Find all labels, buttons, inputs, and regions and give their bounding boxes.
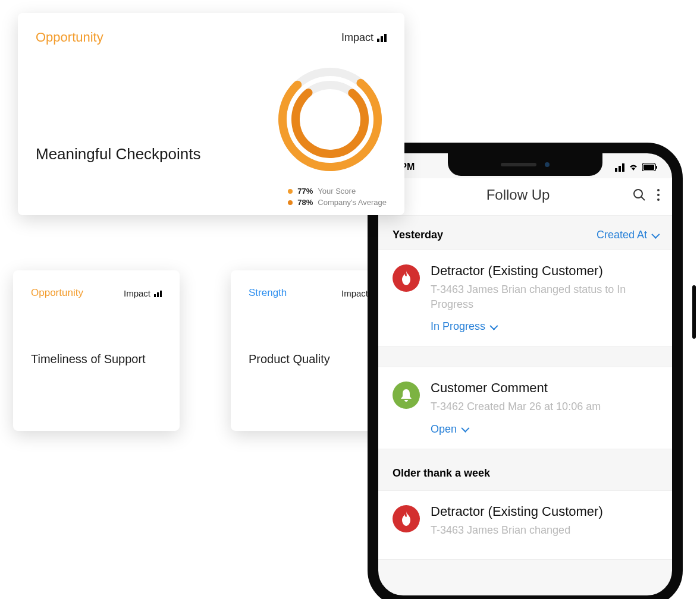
phone-notch (448, 153, 602, 176)
section-title: Older thank a week (393, 467, 490, 480)
card-impact-label: Impact (341, 31, 387, 44)
card-category-label: Opportunity (31, 287, 83, 299)
donut-chart-icon (274, 63, 387, 176)
list-section-header: Yesterday Created At (378, 216, 672, 250)
section-title: Yesterday (393, 229, 443, 241)
ticket-status-dropdown[interactable]: Open (431, 423, 658, 436)
opportunity-card-large[interactable]: Opportunity Impact Meaningful Checkpoint… (18, 13, 404, 215)
phone-side-button (692, 285, 696, 339)
ticket-row[interactable]: Detractor (Existing Customer) T-3463 Jam… (378, 250, 672, 346)
flame-icon (393, 264, 420, 292)
app-title: Follow Up (403, 187, 633, 203)
svg-point-10 (657, 194, 660, 196)
svg-point-0 (274, 63, 387, 176)
sort-dropdown[interactable]: Created At (597, 229, 658, 241)
card-title: Meaningful Checkpoints (36, 145, 201, 163)
opportunity-card-small[interactable]: Opportunity Impact Timeliness of Support (13, 270, 180, 431)
flame-icon (393, 505, 420, 532)
phone-mockup: 7 PM Follow Up Yesterday Created At (368, 143, 683, 599)
svg-rect-5 (644, 165, 654, 170)
ticket-description: T-3462 Created Mar 26 at 10:06 am (431, 399, 658, 414)
chart-legend: 77% Your Score 78% Company's Average (288, 187, 387, 209)
battery-icon (642, 163, 658, 171)
ticket-title: Detractor (Existing Customer) (431, 504, 658, 519)
card-impact-label: Impact (124, 288, 162, 298)
wifi-icon (628, 163, 639, 171)
card-category-label: Opportunity (36, 30, 103, 45)
ticket-description: T-3463 James Brian changed (431, 523, 658, 538)
search-icon[interactable] (633, 188, 646, 201)
card-category-label: Strength (249, 287, 287, 299)
card-title: Product Quality (249, 352, 379, 366)
card-title: Timeliness of Support (31, 352, 162, 366)
svg-point-11 (657, 198, 660, 201)
svg-point-9 (657, 189, 660, 191)
app-header: Follow Up (378, 178, 672, 216)
svg-line-8 (641, 197, 645, 200)
chevron-down-icon (651, 230, 660, 238)
bell-icon (393, 382, 420, 409)
list-section-header: Older thank a week (378, 449, 672, 490)
ticket-title: Customer Comment (431, 380, 658, 396)
svg-point-7 (634, 190, 642, 198)
chevron-down-icon (489, 321, 498, 330)
ticket-row[interactable]: Customer Comment T-3462 Created Mar 26 a… (378, 367, 672, 449)
ticket-status-dropdown[interactable]: In Progress (431, 320, 658, 333)
cellular-icon (615, 162, 624, 172)
signal-bars-icon (377, 33, 387, 42)
svg-point-1 (274, 63, 387, 176)
legend-dot-icon (288, 189, 293, 194)
chevron-down-icon (461, 424, 469, 433)
signal-bars-icon (154, 289, 162, 297)
legend-dot-icon (288, 200, 293, 205)
ticket-row[interactable]: Detractor (Existing Customer) T-3463 Jam… (378, 490, 672, 560)
more-vertical-icon[interactable] (657, 188, 660, 201)
ticket-title: Detractor (Existing Customer) (431, 263, 658, 279)
svg-rect-6 (656, 166, 657, 169)
ticket-description: T-3463 James Brian changed status to In … (431, 282, 658, 312)
